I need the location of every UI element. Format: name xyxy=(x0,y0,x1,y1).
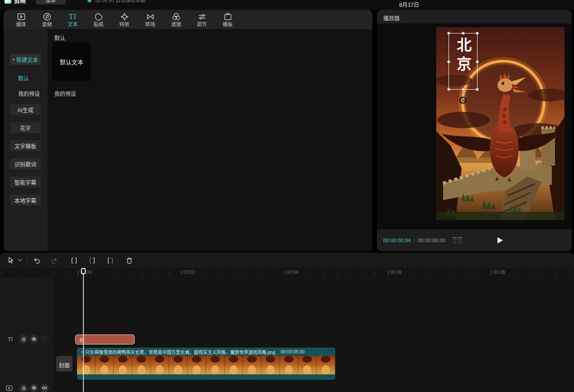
sidebar-item-label: 新建文本 xyxy=(16,56,38,63)
text-track-lock-toggle[interactable] xyxy=(19,335,28,344)
track-header-column: TI xyxy=(0,277,53,392)
sidebar-item-label: 本地字幕 xyxy=(14,196,36,204)
video-clip[interactable]: 一只长得像怪兽的烤鸭扬天长笑，背景是中国万里长城，超现实主义风格，魔兽世界游戏风… xyxy=(77,348,335,380)
video-track-visibility-toggle[interactable] xyxy=(29,383,39,392)
playhead-line[interactable] xyxy=(83,269,84,392)
transition-icon xyxy=(145,12,155,22)
play-button[interactable] xyxy=(496,236,505,245)
delete-button[interactable] xyxy=(124,255,135,266)
rotate-handle[interactable] xyxy=(459,96,467,104)
player-viewport: 北京 xyxy=(377,24,572,229)
template-icon xyxy=(223,12,233,22)
tab-template[interactable]: 模板 xyxy=(215,10,241,29)
sidebar-item-recognize-lyrics[interactable]: 识别歌词 xyxy=(10,158,41,169)
sidebar-item-label: AI生成 xyxy=(17,106,33,114)
resize-handle-mid-left[interactable] xyxy=(447,60,450,63)
delete-right-button[interactable] xyxy=(105,255,116,266)
sidebar-item-text-template[interactable]: 文字模板 xyxy=(10,140,41,151)
default-text-card[interactable]: 默认文本 xyxy=(52,42,91,81)
preview-quality-icon[interactable] xyxy=(453,237,463,244)
sidebar-item-label: 智能字幕 xyxy=(14,178,36,186)
sticker-icon xyxy=(94,12,104,22)
tab-text[interactable]: TI 文本 xyxy=(60,10,86,29)
tab-label: 音频 xyxy=(42,22,52,28)
section-presets-label: 我的预设 xyxy=(54,90,76,97)
overlay-text[interactable]: 北京 xyxy=(456,37,471,75)
resize-handle-bottom-left[interactable] xyxy=(447,88,450,91)
titlebar: 剪映 菜单 16:06:50 自动保存草稿 8月17日 xyxy=(0,0,574,10)
playhead-handle[interactable] xyxy=(81,268,86,274)
caret-down-icon: ▾ xyxy=(13,57,14,62)
tab-adjust[interactable]: 调节 xyxy=(189,10,215,29)
time-separator: / xyxy=(414,238,415,243)
tab-label: 贴纸 xyxy=(94,22,104,28)
split-button[interactable] xyxy=(68,255,79,266)
text-track-visibility-toggle[interactable] xyxy=(29,335,39,344)
preview-canvas[interactable]: 北京 xyxy=(436,27,564,220)
speaker-icon xyxy=(42,385,47,391)
video-clip-duration: 00:00:05:00 xyxy=(275,349,304,354)
redo-button[interactable] xyxy=(48,255,59,266)
sidebar-item-fancy-text[interactable]: 花字 xyxy=(10,122,41,133)
tab-transition[interactable]: 转场 xyxy=(137,10,163,29)
ruler-label: 00:02 xyxy=(181,270,195,275)
resize-handle-bottom-center[interactable] xyxy=(462,88,465,91)
select-tool-dropdown[interactable] xyxy=(16,255,24,266)
effects-icon xyxy=(120,12,130,22)
tab-label: 文本 xyxy=(68,22,78,28)
media-icon xyxy=(16,12,26,22)
tab-audio[interactable]: 音频 xyxy=(34,10,60,29)
text-track-mute-toggle[interactable] xyxy=(40,335,49,344)
tab-label: 转场 xyxy=(145,22,155,28)
tab-effects[interactable]: 特效 xyxy=(111,10,137,29)
menu-button[interactable]: 菜单 xyxy=(36,0,66,5)
undo-icon xyxy=(33,256,41,265)
app-name: 剪映 xyxy=(14,0,26,5)
video-track-lock-toggle[interactable] xyxy=(19,383,28,392)
tab-sticker[interactable]: 贴纸 xyxy=(86,10,111,29)
cursor-icon xyxy=(7,256,15,264)
lock-icon xyxy=(21,386,26,391)
video-clip-icon xyxy=(6,385,13,391)
tab-media[interactable]: 媒体 xyxy=(8,10,34,29)
section-default-label: 默认 xyxy=(54,34,65,42)
app-logo-icon xyxy=(5,0,11,4)
delete-left-button[interactable] xyxy=(87,255,97,266)
audio-icon xyxy=(42,12,52,22)
text-sidebar: ▾ 新建文本 默认 我的预设 AI生成 花字 文字模板 识别歌词 智能字幕 xyxy=(4,29,48,251)
resize-handle-mid-right[interactable] xyxy=(476,60,479,63)
text-clip[interactable]: 北 xyxy=(75,335,135,344)
tab-label: 调节 xyxy=(197,22,207,28)
resize-handle-bottom-right[interactable] xyxy=(476,88,479,91)
video-clip-filename: 一只长得像怪兽的烤鸭扬天长笑，背景是中国万里长城，超现实主义风格，魔兽世界游戏风… xyxy=(77,349,275,355)
sidebar-item-default[interactable]: 默认 xyxy=(10,72,41,83)
video-track-mute-toggle[interactable] xyxy=(40,383,49,392)
tab-filter[interactable]: 滤镜 xyxy=(163,10,189,29)
resize-handle-top-center[interactable] xyxy=(462,32,465,35)
sidebar-item-local-subtitles[interactable]: 本地字幕 xyxy=(10,195,41,206)
split-icon xyxy=(70,256,78,265)
text-track-type-icon: TI xyxy=(8,336,13,343)
sidebar-item-new-text[interactable]: ▾ 新建文本 xyxy=(10,54,41,65)
resize-handle-top-right[interactable] xyxy=(476,32,479,35)
video-clip-header: 一只长得像怪兽的烤鸭扬天长笑，背景是中国万里长城，超现实主义风格，魔兽世界游戏风… xyxy=(77,348,335,356)
sidebar-item-ai-generate[interactable]: AI生成 xyxy=(10,104,41,115)
cover-button[interactable]: 封面 xyxy=(56,356,72,372)
text-selection-box[interactable]: 北京 xyxy=(449,33,478,90)
timeline-panel: 00:00 00:02 00:04 00:06 00:08 TI 封面 xyxy=(0,253,574,392)
tab-label: 模板 xyxy=(223,22,233,28)
sidebar-item-label: 识别歌词 xyxy=(14,160,36,168)
player-controls: 00:00:00:04 / 00:00:05:00 xyxy=(377,229,572,251)
sidebar-item-smart-subtitles[interactable]: 智能字幕 xyxy=(10,177,41,187)
sidebar-item-label: 默认 xyxy=(18,74,29,82)
rotate-icon xyxy=(460,98,465,103)
sidebar-item-my-presets[interactable]: 我的预设 xyxy=(10,88,46,99)
lock-icon xyxy=(21,337,26,342)
select-tool-button[interactable] xyxy=(5,255,16,266)
player-title: 播放器 xyxy=(383,14,400,22)
undo-button[interactable] xyxy=(31,255,42,266)
timeline-ruler[interactable]: 00:00 00:02 00:04 00:06 00:08 xyxy=(0,268,574,277)
resize-handle-top-left[interactable] xyxy=(447,32,450,35)
sidebar-item-label: 花字 xyxy=(20,124,31,132)
ruler-label: 00:08 xyxy=(491,270,505,275)
